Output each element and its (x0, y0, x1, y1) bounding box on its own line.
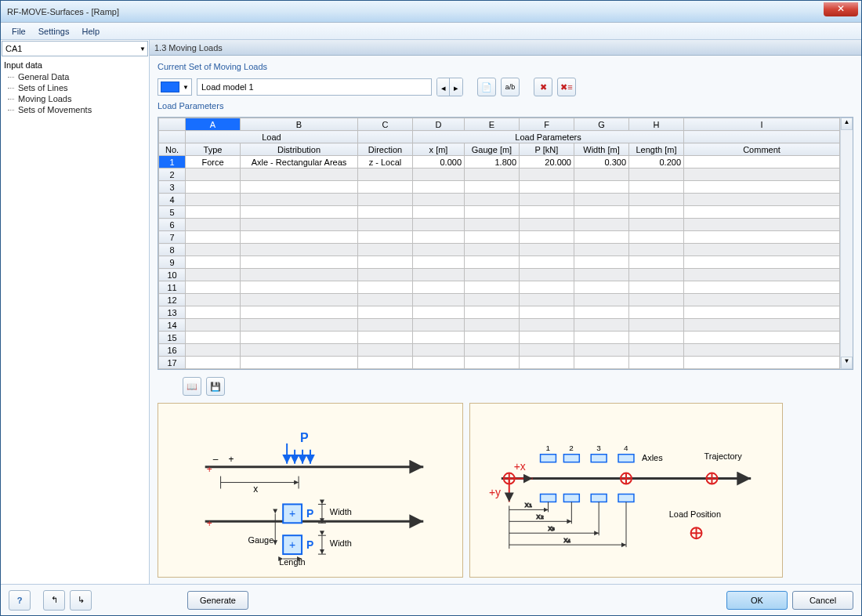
svg-text:+: + (289, 538, 295, 551)
tree-node-moving-loads[interactable]: Moving Loads (4, 93, 146, 104)
svg-text:Width: Width (330, 538, 352, 548)
col-H[interactable]: H (629, 118, 684, 131)
help-button[interactable]: ? (9, 590, 31, 611)
rename-set-button[interactable]: a/b (501, 78, 520, 96)
table-row[interactable]: 12 (159, 294, 853, 306)
loadset-name-input[interactable]: Load model 1 (197, 78, 432, 96)
book-icon: 📖 (187, 382, 197, 392)
col-header-row: No. Type Distribution Direction x [m] Ga… (159, 143, 853, 156)
svg-text:+: + (229, 454, 234, 465)
tree-node-sets-of-movements[interactable]: Sets of Movements (4, 104, 146, 115)
grid-scrollbar[interactable]: ▲ ▼ (840, 118, 853, 369)
chevron-down-icon: ▼ (183, 84, 189, 91)
title-bar: RF-MOVE-Surfaces - [Ramp] ✕ (1, 1, 861, 23)
col-B[interactable]: B (241, 118, 358, 131)
svg-rect-58 (618, 494, 634, 502)
delete-all-button[interactable]: ✖≡ (557, 78, 576, 96)
table-row[interactable]: 13 (159, 306, 853, 319)
col-I[interactable]: I (684, 118, 840, 131)
tree-node-sets-of-lines[interactable]: Sets of Lines (4, 82, 146, 93)
table-row[interactable]: 10 (159, 269, 853, 281)
col-E[interactable]: E (465, 118, 520, 131)
table-row[interactable]: 5 (159, 206, 853, 219)
col-F[interactable]: F (520, 118, 574, 131)
case-combo[interactable]: CA1 ▼ (2, 41, 148, 56)
svg-rect-56 (563, 494, 579, 502)
tree-root[interactable]: Input data (4, 59, 146, 71)
menu-settings[interactable]: Settings (32, 24, 76, 38)
diagram-area: – + + P (158, 403, 853, 578)
hdr-type: Type (186, 143, 241, 156)
color-swatch (161, 82, 179, 92)
next-set-button[interactable]: ▸ (450, 78, 462, 96)
loadset-color-combo[interactable]: ▼ (158, 78, 192, 96)
svg-text:P: P (306, 538, 313, 551)
svg-text:Width: Width (330, 507, 352, 516)
generate-button[interactable]: Generate (187, 591, 248, 610)
svg-text:Load Position: Load Position (669, 509, 721, 519)
svg-rect-54 (618, 455, 634, 462)
col-G[interactable]: G (574, 118, 629, 131)
case-combo-value: CA1 (5, 44, 22, 53)
col-A[interactable]: A (186, 118, 241, 131)
save-library-button[interactable]: 💾 (206, 377, 225, 396)
nav-prev-button[interactable]: ↰ (43, 590, 65, 611)
close-button[interactable]: ✕ (824, 2, 858, 16)
prev-set-button[interactable]: ◂ (437, 78, 450, 96)
save-icon: 💾 (210, 382, 221, 392)
delete-set-button[interactable]: ✖ (534, 78, 552, 96)
table-row[interactable]: 11 (159, 281, 853, 294)
rename-icon: a/b (505, 83, 516, 91)
tree-node-general-data[interactable]: General Data (4, 71, 146, 82)
menu-file[interactable]: File (5, 24, 32, 38)
svg-text:1: 1 (546, 444, 551, 452)
table-row[interactable]: 2 (159, 168, 853, 181)
svg-text:+: + (207, 518, 212, 529)
library-button[interactable]: 📖 (183, 377, 201, 396)
scroll-down-button[interactable]: ▼ (841, 357, 853, 369)
svg-text:x₂: x₂ (537, 512, 544, 520)
scroll-up-button[interactable]: ▲ (841, 118, 853, 130)
col-group-params: Load Parameters (413, 131, 684, 143)
nav-next-button[interactable]: ↳ (70, 590, 92, 611)
table-row[interactable]: 9 (159, 256, 853, 269)
table-row[interactable]: 16 (159, 344, 853, 357)
table-row[interactable]: 15 (159, 332, 853, 344)
new-set-button[interactable]: 📄 (477, 78, 496, 96)
svg-text:x₃: x₃ (549, 524, 556, 532)
diagram-left: – + + P (158, 403, 463, 578)
table-row[interactable]: 14 (159, 319, 853, 332)
col-C[interactable]: C (358, 118, 413, 131)
svg-text:x: x (253, 484, 258, 495)
table-row[interactable]: 4 (159, 194, 853, 206)
hdr-dir: Direction (358, 143, 413, 156)
svg-text:+: + (289, 507, 295, 520)
col-letter-row: A B C D E F G H I (159, 118, 853, 131)
table-row[interactable]: 8 (159, 244, 853, 256)
svg-text:2: 2 (569, 444, 574, 452)
ok-button[interactable]: OK (726, 591, 788, 610)
hdr-gauge: Gauge [m] (465, 143, 520, 156)
app-window: RF-MOVE-Surfaces - [Ramp] ✕ File Setting… (0, 0, 862, 616)
svg-text:Trajectory: Trajectory (704, 451, 743, 461)
table-row[interactable]: 6 (159, 219, 853, 231)
hdr-comment: Comment (684, 143, 840, 156)
menu-help[interactable]: Help (75, 24, 106, 38)
navigator-panel: CA1 ▼ Input data General Data Sets of Li… (1, 40, 150, 584)
col-D[interactable]: D (413, 118, 465, 131)
window-title: RF-MOVE-Surfaces - [Ramp] (7, 7, 119, 16)
svg-text:x₁: x₁ (525, 500, 532, 509)
table-row[interactable]: 1ForceAxle - Rectangular Areasz - Local0… (159, 156, 853, 168)
svg-text:–: – (213, 454, 219, 465)
svg-text:P: P (306, 507, 313, 520)
hdr-no: No. (159, 143, 186, 156)
load-params-grid[interactable]: A B C D E F G H I (158, 117, 853, 370)
nav-tree[interactable]: Input data General Data Sets of Lines Mo… (1, 57, 149, 584)
section-label-current-set: Current Set of Moving Loads (158, 62, 853, 73)
nav-next-icon: ↳ (78, 595, 85, 605)
cancel-button[interactable]: Cancel (792, 591, 853, 610)
table-row[interactable]: 3 (159, 181, 853, 194)
col-group-load: Load (186, 131, 358, 143)
table-row[interactable]: 17 (159, 357, 853, 369)
table-row[interactable]: 7 (159, 231, 853, 244)
